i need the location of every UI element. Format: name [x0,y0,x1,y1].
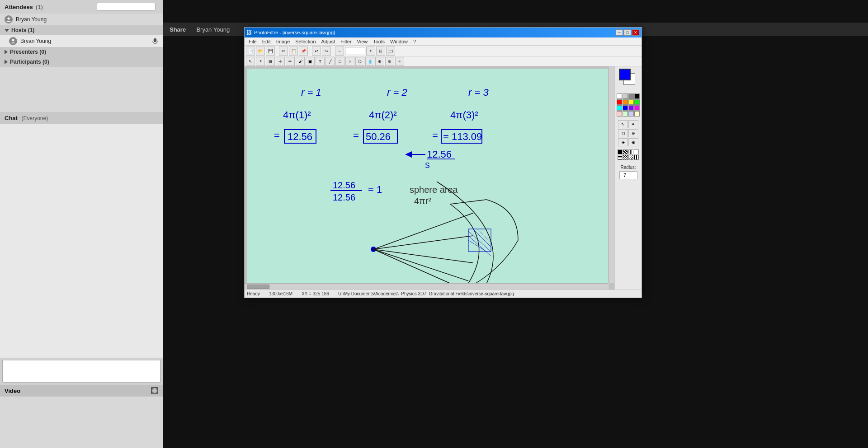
pf-eyedrop-btn[interactable]: 💧 [365,57,374,66]
pf-ellipse-btn[interactable]: ○ [345,57,354,66]
pf-scrollbar-h[interactable] [245,283,608,289]
pf-zoom-in-btn[interactable]: + [366,47,375,56]
video-expand-icon[interactable] [151,387,158,394]
rt-btn-2[interactable]: ✒ [628,120,638,128]
palette-cell-6[interactable] [628,99,634,105]
pf-brush-btn[interactable]: 🖌 [296,57,305,66]
palette-cell-8[interactable] [617,105,622,111]
palette-cell-5[interactable] [623,99,628,105]
pf-select-btn[interactable]: ↖ [246,57,255,66]
pf-scrollbar-v[interactable] [608,66,614,283]
pf-fill-btn[interactable]: ▣ [306,57,315,66]
svg-text:4πr²: 4πr² [414,196,432,206]
rt-btn-1[interactable]: ↖ [618,120,628,128]
pf-menu-edit[interactable]: Edit [259,39,274,44]
pf-crop-btn[interactable]: ⊞ [266,57,275,66]
radius-input[interactable] [619,171,637,179]
color-primary-box[interactable] [619,69,631,80]
participants-chevron-icon [5,60,8,64]
svg-text:sphere area: sphere area [410,185,458,195]
palette-cell-13[interactable] [623,111,628,117]
palette-cell-14[interactable] [628,111,634,117]
chat-input[interactable] [2,360,160,383]
pf-menu-help[interactable]: ? [410,39,419,44]
pattern-7[interactable] [634,155,639,160]
palette-cell-11[interactable] [634,105,640,111]
presenters-section-header[interactable]: Presenters (0) [0,47,163,57]
rt-btn-5[interactable]: ◈ [618,138,628,146]
rt-btn-3[interactable]: ◻ [618,129,628,137]
attendees-count: (1) [36,4,43,10]
chat-input-area [0,358,163,385]
palette-cell-9[interactable] [623,105,628,111]
svg-text:50.26: 50.26 [366,131,391,142]
pf-menu-tools[interactable]: Tools [370,39,387,44]
pf-new-btn[interactable]: 📄 [246,47,255,56]
pf-move-btn[interactable]: ✛ [276,57,285,66]
pf-minimize-btn[interactable]: ─ [616,29,623,36]
pf-sep2 [310,47,310,55]
pf-undo-btn[interactable]: ↩ [312,47,321,56]
pf-content: r = 1 4π(1)² = 12.56 r = 2 4π(2)² = [245,66,642,289]
pf-menu-window[interactable]: Window [387,39,410,44]
pf-menu-selection[interactable]: Selection [292,39,318,44]
pf-open-btn[interactable]: 📂 [256,47,265,56]
participants-section-header[interactable]: Participants (0) [0,57,163,67]
attendees-search-input[interactable] [97,3,156,11]
rt-btn-6[interactable]: ◉ [628,138,638,146]
pf-stamp-btn[interactable]: ⊕ [375,57,384,66]
pf-maximize-btn[interactable]: □ [624,29,631,36]
pf-zoom-out-btn[interactable]: − [335,47,344,56]
palette-cell-3[interactable] [634,93,640,99]
pf-line-btn[interactable]: ╱ [326,57,335,66]
math-drawing: r = 1 4π(1)² = 12.56 r = 2 4π(2)² = [247,69,609,289]
svg-text:= 1: = 1 [368,184,382,195]
pf-redo-btn[interactable]: ↪ [322,47,331,56]
pattern-2[interactable] [628,149,633,154]
pattern-5[interactable] [623,155,628,160]
pf-blur-btn[interactable]: ≈ [395,57,404,66]
pattern-1[interactable] [623,149,628,154]
pattern-0[interactable] [618,149,623,154]
pf-zoom-1-btn[interactable]: 1:1 [386,47,395,56]
pattern-4[interactable] [618,155,623,160]
pf-sep3 [333,47,333,55]
pf-menu-image[interactable]: Image [274,39,293,44]
share-presenter-name: Bryan Young [196,26,230,33]
palette-cell-4[interactable] [617,99,622,105]
pf-text-btn[interactable]: T [316,57,325,66]
pf-scrollbar-h-thumb[interactable] [247,285,269,289]
pf-paste-btn[interactable]: 📌 [299,47,308,56]
palette-cell-1[interactable] [623,93,628,99]
pf-zoom-fit-btn[interactable]: ⊡ [376,47,385,56]
palette-cell-15[interactable] [634,111,640,117]
pf-lasso-btn[interactable]: ⌖ [256,57,265,66]
palette-cell-2[interactable] [628,93,634,99]
pf-poly-btn[interactable]: ⬡ [355,57,364,66]
svg-text:r = 3: r = 3 [468,87,489,98]
pf-right-panel: ↖ ✒ ◻ ⊕ ◈ ◉ [614,66,642,289]
pf-eraser-btn[interactable]: ⊘ [385,57,394,66]
pf-cut-btn[interactable]: ✂ [279,47,288,56]
palette-cell-12[interactable] [617,111,622,117]
pattern-3[interactable] [634,149,639,154]
pf-copy-btn[interactable]: 📋 [289,47,298,56]
pf-pencil-btn[interactable]: ✏ [286,57,295,66]
pf-menu-adjust[interactable]: Adjust [319,39,338,44]
svg-point-0 [8,18,10,20]
pf-rect-btn[interactable]: □ [335,57,344,66]
pattern-6[interactable] [628,155,633,160]
pf-close-btn[interactable]: ✕ [632,29,639,36]
pf-menu-file[interactable]: File [246,39,259,44]
palette-cell-10[interactable] [628,105,634,111]
pf-menu-filter[interactable]: Filter [338,39,354,44]
palette-cell-7[interactable] [634,99,640,105]
attendees-label: Attendees [5,4,33,10]
pf-menu-view[interactable]: View [354,39,371,44]
pf-canvas-area[interactable]: r = 1 4π(1)² = 12.56 r = 2 4π(2)² = [245,66,614,289]
pf-zoom-input[interactable]: 200% [345,47,365,55]
pf-save-btn[interactable]: 💾 [266,47,275,56]
hosts-section-header[interactable]: Hosts (1) [0,25,163,35]
rt-btn-4[interactable]: ⊕ [628,129,638,137]
palette-cell-0[interactable] [617,93,622,99]
